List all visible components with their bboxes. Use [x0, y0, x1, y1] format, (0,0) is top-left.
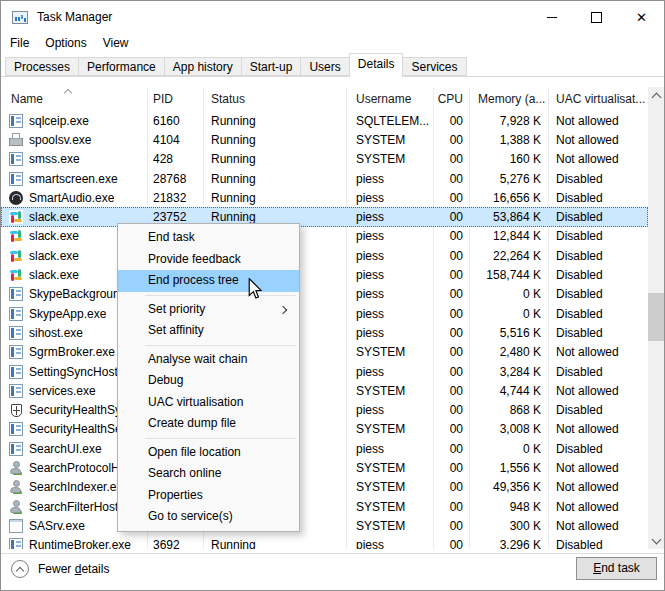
column-header-cpu[interactable]: CPU	[433, 92, 469, 106]
table-row[interactable]: RuntimeBroker.exe3692Runningpiess003,296…	[1, 536, 648, 549]
slack-icon	[9, 249, 23, 263]
menu-item-end-process-tree[interactable]: End process tree	[118, 270, 299, 292]
uac-cell: Not allowed	[548, 384, 648, 398]
process-name: SearchProtocolH	[29, 461, 120, 475]
menu-view[interactable]: View	[97, 34, 139, 53]
table-row[interactable]: SearchFilterHost.SYSTEM00948 KNot allowe…	[1, 497, 648, 516]
tab-services[interactable]: Services	[402, 57, 466, 76]
table-row[interactable]: smss.exe428RunningSYSTEM00160 KNot allow…	[1, 150, 648, 169]
status-cell: Running	[203, 114, 346, 128]
menu-separator	[145, 295, 296, 296]
end-task-button[interactable]: End task	[576, 557, 657, 580]
column-header-pid[interactable]: PID	[147, 92, 203, 106]
memory-cell: 948 K	[469, 500, 548, 514]
menu-item-set-priority[interactable]: Set priority	[118, 299, 299, 321]
process-name: smss.exe	[29, 152, 80, 166]
process-table-body: sqlceip.exe6160RunningSQLTELEM...007,928…	[1, 111, 648, 549]
table-row[interactable]: slack.exe23752Runningpiess0053,864 KDisa…	[1, 207, 648, 226]
table-row[interactable]: SearchUI.exepiess000 KDisabled	[1, 439, 648, 458]
column-header-name[interactable]: Name	[1, 92, 147, 106]
menu-item-debug[interactable]: Debug	[118, 370, 299, 392]
table-row[interactable]: SecurityHealthSeSYSTEM003,008 KNot allow…	[1, 420, 648, 439]
process-name: slack.exe	[29, 268, 79, 282]
table-row[interactable]: slack.exepiess0012,844 KDisabled	[1, 227, 648, 246]
menu-item-go-to-services[interactable]: Go to service(s)	[118, 506, 299, 528]
cpu-cell: 00	[433, 210, 469, 224]
audio-icon	[9, 191, 23, 205]
menu-options[interactable]: Options	[39, 34, 96, 53]
cpu-cell: 00	[433, 519, 469, 533]
cpu-cell: 00	[433, 480, 469, 494]
table-row[interactable]: sqlceip.exe6160RunningSQLTELEM...007,928…	[1, 111, 648, 130]
column-header-status[interactable]: Status	[203, 92, 346, 106]
table-row[interactable]: SkypeBackgrounpiess000 KDisabled	[1, 285, 648, 304]
vertical-scrollbar[interactable]	[648, 87, 664, 549]
uac-cell: Disabled	[548, 210, 648, 224]
table-row[interactable]: slack.exepiess00158,744 KDisabled	[1, 265, 648, 284]
menu-item-uac-virtualisation[interactable]: UAC virtualisation	[118, 392, 299, 414]
column-header-memory[interactable]: Memory (a...	[469, 92, 548, 106]
exe-icon	[9, 152, 23, 166]
uac-cell: Disabled	[548, 249, 648, 263]
memory-cell: 22,264 K	[469, 249, 548, 263]
process-name: SmartAudio.exe	[29, 191, 114, 205]
table-row[interactable]: smartscreen.exe28768Runningpiess005,276 …	[1, 169, 648, 188]
table-row[interactable]: SecurityHealthSypiess00868 KDisabled	[1, 400, 648, 419]
tab-performance[interactable]: Performance	[78, 57, 165, 76]
scroll-down-button[interactable]	[648, 532, 664, 549]
chevron-down-icon	[651, 534, 661, 544]
cpu-cell: 00	[433, 229, 469, 243]
minimize-button[interactable]	[529, 1, 574, 33]
fewer-details-toggle[interactable]: Fewer details	[11, 560, 109, 578]
task-manager-app-icon	[12, 11, 28, 24]
table-row[interactable]: SettingSyncHostpiess003,284 KDisabled	[1, 362, 648, 381]
cpu-cell: 00	[433, 114, 469, 128]
table-row[interactable]: services.exeSYSTEM004,744 KNot allowed	[1, 381, 648, 400]
table-row[interactable]: SearchProtocolHSYSTEM001,556 KNot allowe…	[1, 458, 648, 477]
column-header-uac[interactable]: UAC virtualisat...	[548, 92, 648, 106]
tab-users[interactable]: Users	[300, 57, 349, 76]
name-cell: smss.exe	[1, 152, 147, 166]
table-row[interactable]: slack.exepiess0022,264 KDisabled	[1, 246, 648, 265]
menu-separator	[145, 345, 296, 346]
menu-item-open-file-location[interactable]: Open file location	[118, 442, 299, 464]
menu-file[interactable]: File	[4, 34, 39, 53]
pid-cell: 28768	[147, 172, 203, 186]
menu-item-properties[interactable]: Properties	[118, 485, 299, 507]
status-cell: Running	[203, 538, 346, 549]
username-cell: SYSTEM	[346, 461, 433, 475]
scrollbar-thumb[interactable]	[648, 293, 664, 341]
table-row[interactable]: SgrmBroker.exeSYSTEM002,480 KNot allowed	[1, 343, 648, 362]
title-bar: Task Manager ✕	[1, 1, 664, 33]
status-cell: Running	[203, 152, 346, 166]
table-row[interactable]: SmartAudio.exe21832Runningpiess0016,656 …	[1, 188, 648, 207]
menu-item-search-online[interactable]: Search online	[118, 463, 299, 485]
uac-cell: Disabled	[548, 287, 648, 301]
table-row[interactable]: spoolsv.exe4104RunningSYSTEM001,388 KNot…	[1, 130, 648, 149]
table-row[interactable]: sihost.exepiess005,516 KDisabled	[1, 323, 648, 342]
username-cell: SQLTELEM...	[346, 114, 433, 128]
tab-start-up[interactable]: Start-up	[241, 57, 302, 76]
menu-separator	[145, 438, 296, 439]
table-row[interactable]: SkypeApp.exepiess000 KDisabled	[1, 304, 648, 323]
process-name: SearchUI.exe	[29, 442, 102, 456]
scroll-up-button[interactable]	[648, 87, 664, 104]
maximize-button[interactable]	[574, 1, 619, 33]
menu-item-analyse-wait-chain[interactable]: Analyse wait chain	[118, 349, 299, 371]
pid-cell: 3692	[147, 538, 203, 549]
menu-item-end-task[interactable]: End task	[118, 227, 299, 249]
memory-cell: 1,388 K	[469, 133, 548, 147]
close-button[interactable]: ✕	[619, 1, 664, 33]
menu-item-set-affinity[interactable]: Set affinity	[118, 320, 299, 342]
tab-app-history[interactable]: App history	[164, 57, 242, 76]
table-row[interactable]: SearchIndexer.exSYSTEM0049,356 KNot allo…	[1, 478, 648, 497]
slack-icon	[9, 210, 23, 224]
menu-item-create-dump-file[interactable]: Create dump file	[118, 413, 299, 435]
column-header-username[interactable]: Username	[346, 92, 433, 106]
slack-icon	[9, 268, 23, 282]
username-cell: piess	[346, 268, 433, 282]
menu-item-provide-feedback[interactable]: Provide feedback	[118, 249, 299, 271]
tab-processes[interactable]: Processes	[5, 57, 79, 76]
table-row[interactable]: SASrv.exeSYSTEM00300 KNot allowed	[1, 516, 648, 535]
tab-details[interactable]: Details	[349, 53, 404, 77]
